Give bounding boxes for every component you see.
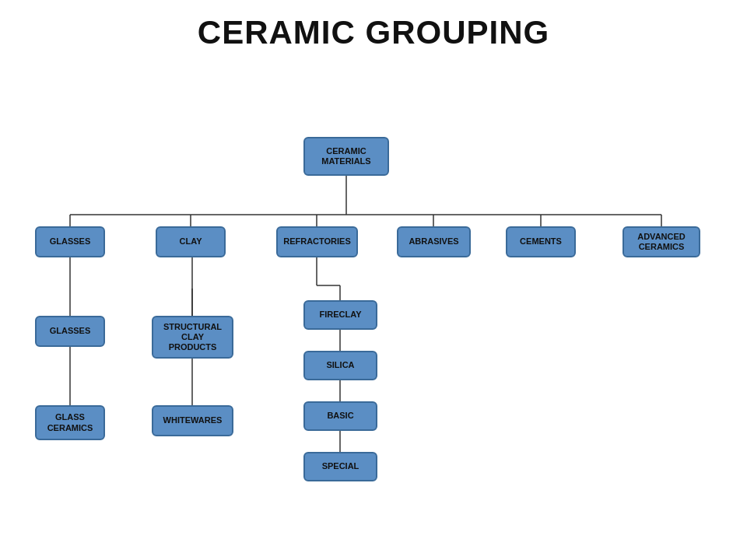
- node-fireclay: FIRECLAY: [303, 300, 377, 330]
- node-abrasives: ABRASIVES: [397, 226, 471, 257]
- node-clay: CLAY: [156, 226, 226, 257]
- node-refractories: REFRACTORIES: [276, 226, 358, 257]
- node-basic: BASIC: [303, 401, 377, 431]
- node-glasses-cat: GLASSES: [35, 226, 105, 257]
- page: CERAMIC GROUPING: [0, 0, 747, 560]
- diagram: CERAMIC MATERIALS GLASSES CLAY REFRACTOR…: [0, 59, 747, 557]
- node-advanced: ADVANCED CERAMICS: [622, 226, 700, 257]
- node-glass-ceramics: GLASS CERAMICS: [35, 405, 105, 440]
- page-title: CERAMIC GROUPING: [0, 0, 747, 51]
- node-structural: STRUCTURAL CLAY PRODUCTS: [152, 316, 233, 359]
- node-silica: SILICA: [303, 351, 377, 380]
- node-special: SPECIAL: [303, 452, 377, 481]
- node-root: CERAMIC MATERIALS: [303, 137, 389, 176]
- node-glasses-sub: GLASSES: [35, 316, 105, 347]
- node-cements: CEMENTS: [506, 226, 576, 257]
- node-whitewares: WHITEWARES: [152, 405, 233, 436]
